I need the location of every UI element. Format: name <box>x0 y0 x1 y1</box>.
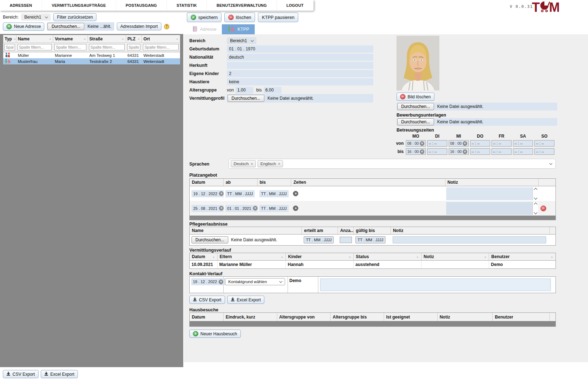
filter-input-typ[interactable] <box>4 44 15 50</box>
column-header-ort[interactable]: Ort▲ <box>142 35 180 43</box>
filter-input-plz[interactable] <box>127 44 141 50</box>
clear-icon[interactable]: × <box>463 149 467 154</box>
add-zeit-icon[interactable]: + <box>293 206 298 211</box>
date-input-empty[interactable]: TT . MM . JJJJ <box>355 236 385 243</box>
time-input-so-von[interactable]: -- : -- <box>534 140 554 147</box>
textarea-scrollbar[interactable] <box>533 202 538 215</box>
new-hausbesuch-button[interactable]: + Neuer Hausbesuch <box>189 330 241 338</box>
time-input-do-bis[interactable]: -- : -- <box>470 148 490 155</box>
column-header-typ[interactable]: Typ▲ <box>3 35 16 43</box>
scroll-up-icon[interactable] <box>534 202 537 206</box>
platzangebot-scrollbar[interactable] <box>190 216 555 220</box>
bereich-select[interactable]: Bereich1 <box>21 14 51 21</box>
clear-icon[interactable]: × <box>253 206 258 211</box>
column-header-notiz[interactable]: Notiz▲ <box>422 253 489 260</box>
excel-export-button[interactable]: Excel Export <box>41 370 78 378</box>
notiz-input[interactable] <box>393 236 546 243</box>
date-input[interactable]: 01 . 01 . 2021× <box>225 205 258 212</box>
clear-icon[interactable]: × <box>463 141 467 146</box>
date-input-empty[interactable]: TT . MM . JJJJ <box>304 236 334 243</box>
filter-input-strasse[interactable] <box>89 44 125 50</box>
column-header-vorname[interactable]: Vorname▲ <box>53 35 88 43</box>
remove-tag-icon[interactable]: × <box>251 162 253 166</box>
time-input-fr-von[interactable]: -- : -- <box>492 140 512 147</box>
clear-icon[interactable]: × <box>420 149 424 154</box>
nav-statistik[interactable]: STATISTIK <box>167 0 207 11</box>
browse-button[interactable]: Durchsuchen... <box>48 23 84 30</box>
bereich-detail-select[interactable]: Bereich1 <box>227 37 256 44</box>
filter-reset-button[interactable]: Filter zurücksetzen <box>53 13 96 21</box>
filter-input-ort[interactable] <box>143 44 179 50</box>
geburtsdatum-field[interactable]: 01 . 01 . 1970 <box>227 45 373 53</box>
column-header-kinder[interactable]: Kinder▲ <box>286 253 354 260</box>
nav-adressen[interactable]: ADRESSEN <box>0 0 42 11</box>
time-input-sa-bis[interactable]: -- : -- <box>513 148 533 155</box>
date-input[interactable]: 19 . 12 . 2022× <box>191 190 224 197</box>
help-icon[interactable]: ? <box>164 24 169 29</box>
notiz-textarea[interactable] <box>446 187 538 200</box>
eigene-kinder-field[interactable]: 2 <box>227 70 373 77</box>
time-input-fr-bis[interactable]: -- : -- <box>492 148 512 155</box>
kontakt-notiz-textarea[interactable] <box>320 278 551 291</box>
delete-button[interactable]: − löschen <box>224 13 255 22</box>
date-input-empty[interactable]: TT . MM . JJJJ <box>259 205 289 212</box>
anzahl-input[interactable] <box>340 237 352 243</box>
date-input-empty[interactable]: TT . MM . JJJJ <box>259 190 289 197</box>
browse-button[interactable]: Durchsuchen... <box>397 118 434 125</box>
column-header-name[interactable]: Name▲ <box>16 35 54 43</box>
nav-benutzerverwaltung[interactable]: BENUTZERVERWALTUNG <box>207 0 277 11</box>
time-input-mo-von[interactable]: 08 : 00× <box>406 140 426 147</box>
time-input-mi-von[interactable]: 08 : 00× <box>449 140 469 147</box>
nav-logout[interactable]: LOGOUT <box>277 0 314 11</box>
delete-image-button[interactable]: − Bild löschen <box>397 93 434 101</box>
herkunft-field[interactable] <box>227 62 373 69</box>
scroll-down-icon[interactable] <box>534 196 537 199</box>
browse-button[interactable]: Durchsuchen... <box>191 236 228 243</box>
ktpp-pause-button[interactable]: KTPP pausieren <box>258 13 298 22</box>
table-row-mueller[interactable]: Müller Marianne Am Testweg 1 64331 Weite… <box>3 52 180 58</box>
notiz-textarea[interactable] <box>446 202 538 215</box>
textarea-scrollbar[interactable] <box>533 187 538 200</box>
remove-row-icon[interactable]: − <box>540 206 546 211</box>
tab-adresse[interactable]: Adresse <box>187 24 222 34</box>
time-input-so-bis[interactable]: -- : -- <box>534 148 554 155</box>
time-input-di-bis[interactable]: -- : -- <box>427 148 447 155</box>
remove-tag-icon[interactable]: × <box>278 162 280 166</box>
save-button[interactable]: ✓ speichern <box>187 13 221 22</box>
scroll-up-icon[interactable] <box>534 188 537 191</box>
column-header-plz[interactable]: PLZ▲ <box>126 35 142 43</box>
clear-icon[interactable]: × <box>420 141 424 146</box>
csv-export-button[interactable]: CSV Export <box>3 370 39 378</box>
scroll-down-icon[interactable] <box>534 211 537 214</box>
clear-icon[interactable]: × <box>219 280 223 284</box>
time-input-mo-bis[interactable]: 16 : 00× <box>406 148 426 155</box>
nationalitaet-field[interactable]: deutsch <box>227 54 373 61</box>
date-input[interactable]: 25 . 08 . 2021× <box>191 205 224 212</box>
altersgruppe-von-field[interactable]: 1.00 <box>235 87 253 94</box>
tab-ktpp[interactable]: KTPP <box>222 24 255 34</box>
column-header-status[interactable]: Status▲ <box>354 253 422 260</box>
column-header-eltern[interactable]: Eltern▲ <box>218 253 286 260</box>
sprachen-multiselect[interactable]: Deutsch× Englisch× <box>229 159 556 169</box>
filter-input-vorname[interactable] <box>54 44 86 50</box>
table-row-musterfrau-selected[interactable]: Musterfrau Maria Teststraße 2 64331 Weit… <box>3 58 180 64</box>
nav-vermittlungsauftraege[interactable]: VERMITTLUNGSAUFTRÄGE <box>42 0 116 11</box>
filter-input-name[interactable] <box>18 44 52 50</box>
date-input[interactable]: 19 . 12 . 2022× <box>191 278 225 285</box>
column-header-datum[interactable]: Datum▲ <box>190 253 218 260</box>
kontaktgrund-select[interactable]: Kontaktgrund wählen <box>225 278 285 285</box>
time-input-do-von[interactable]: -- : -- <box>470 140 490 147</box>
vermittlung-row[interactable]: 10.09.2021 Marianne Müller Hannah ausste… <box>190 261 555 268</box>
clear-icon[interactable]: × <box>219 206 224 211</box>
new-address-button[interactable]: + Neue Adresse <box>3 23 44 31</box>
add-zeit-icon[interactable]: + <box>293 191 298 196</box>
nav-postausgang[interactable]: POSTAUSGANG <box>116 0 167 11</box>
clear-icon[interactable]: × <box>219 191 224 196</box>
csv-export-button[interactable]: CSV Export <box>189 296 225 304</box>
time-input-di-von[interactable]: -- : -- <box>427 140 447 147</box>
time-input-sa-von[interactable]: -- : -- <box>513 140 533 147</box>
time-input-mi-bis[interactable]: 16 : 00× <box>449 148 469 155</box>
column-header-benutzer[interactable]: Benutzer▲ <box>489 253 555 260</box>
excel-export-button[interactable]: Excel Export <box>227 296 264 304</box>
browse-button[interactable]: Durchsuchen... <box>228 95 264 102</box>
